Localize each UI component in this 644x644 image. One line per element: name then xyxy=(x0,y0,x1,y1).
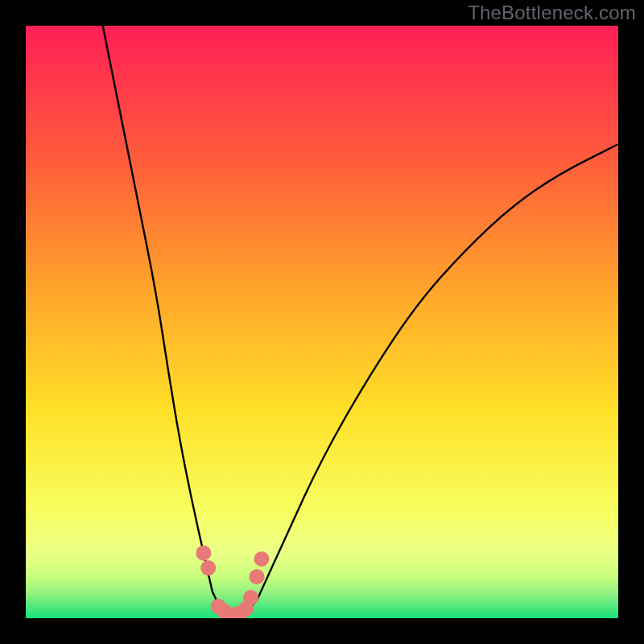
curve-marker xyxy=(196,546,211,561)
bottleneck-curve xyxy=(26,26,618,618)
watermark-text: TheBottleneck.com xyxy=(468,2,636,24)
curve-path xyxy=(103,26,618,614)
curve-marker xyxy=(243,590,258,605)
curve-marker xyxy=(254,551,269,567)
chart-frame: TheBottleneck.com xyxy=(0,0,644,644)
plot-area xyxy=(26,26,618,618)
curve-marker xyxy=(250,569,265,584)
curve-marker xyxy=(200,560,216,576)
